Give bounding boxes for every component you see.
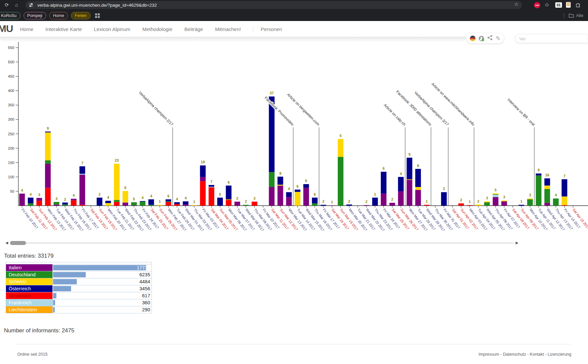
bar-segment-Deutschland[interactable] <box>527 199 533 206</box>
bar-segment-Schweiz[interactable] <box>192 205 197 206</box>
scrollbar-thumb[interactable] <box>10 241 26 245</box>
recycle-extension-icon[interactable]: ♻ <box>545 0 549 10</box>
bar-segment-Slowenien[interactable] <box>252 202 257 206</box>
bar-segment-Schweiz[interactable] <box>476 205 481 206</box>
bar-segment-Italien[interactable] <box>54 205 59 206</box>
bar-segment-Schweiz[interactable] <box>338 139 343 157</box>
bar-segment-Frankreich[interactable] <box>209 187 214 187</box>
bar-segment-Deutschland[interactable] <box>149 205 154 206</box>
bar-segment-Österreich[interactable] <box>286 192 292 197</box>
all-bookmarks-label[interactable]: Alle <box>576 13 583 18</box>
footer-link-impressum[interactable]: Impressum <box>479 352 499 357</box>
bar-segment-Italien[interactable] <box>407 180 412 206</box>
reload-icon[interactable]: ⟳ <box>5 0 9 10</box>
bar-segment-Österreich[interactable] <box>105 201 111 203</box>
bar-segment-Slowenien[interactable] <box>562 205 567 206</box>
bar-segment-Österreich[interactable] <box>519 205 524 206</box>
bar-segment-Deutschland[interactable] <box>553 198 559 206</box>
bar-segment-Österreich[interactable] <box>62 203 68 205</box>
bar-segment-Deutschland[interactable] <box>131 202 137 205</box>
footer-link-lizenzierung[interactable]: Lizenzierung <box>548 352 571 357</box>
bar-segment-Deutschland[interactable] <box>493 194 499 195</box>
bookmark-ferien[interactable]: Ferien <box>71 12 90 19</box>
bookmark-pompeji[interactable]: Pompeji <box>24 12 46 19</box>
bar-segment-Italien[interactable] <box>19 194 25 206</box>
bar-segment-Deutschland[interactable] <box>536 175 542 206</box>
bar-segment-Österreich[interactable] <box>562 179 567 197</box>
bar-segment-Deutschland[interactable] <box>312 203 318 206</box>
bar-segment-Italien[interactable] <box>389 203 395 206</box>
bar-segment-Italien[interactable] <box>544 203 550 206</box>
bar-segment-Schweiz[interactable] <box>114 164 119 200</box>
bar-segment-Deutschland[interactable] <box>45 160 51 164</box>
nav-item-interaktive-karte[interactable]: Interaktive Karte <box>45 26 82 32</box>
bar-segment-Österreich[interactable] <box>346 205 352 206</box>
bar-segment-Slowenien[interactable] <box>114 202 119 206</box>
bar-segment-Italien[interactable] <box>235 202 240 206</box>
bookmark-star-icon[interactable]: ☆ <box>514 1 519 7</box>
bar-segment-Deutschland[interactable] <box>338 157 343 206</box>
bar-segment-Schweiz[interactable] <box>544 186 550 189</box>
extension-badge-01[interactable]: 01 <box>555 2 562 8</box>
bar-segment-Frankreich[interactable] <box>79 174 85 175</box>
bar-segment-Italien[interactable] <box>493 197 499 206</box>
home-icon[interactable]: ⌂ <box>15 0 18 10</box>
bar-segment-Österreich[interactable] <box>544 178 550 186</box>
bar-segment-Österreich[interactable] <box>28 198 33 203</box>
bar-segment-Italien[interactable] <box>122 203 128 206</box>
bar-segment-Österreich[interactable] <box>217 198 223 206</box>
site-logo[interactable]: MU <box>0 23 13 34</box>
bar-segment-Schweiz[interactable] <box>45 132 51 160</box>
bar-segment-Italien[interactable] <box>71 199 76 200</box>
bar-segment-Österreich[interactable] <box>200 165 206 177</box>
bar-segment-Österreich[interactable] <box>407 158 412 179</box>
bar-segment-Schweiz[interactable] <box>122 191 128 202</box>
bookmark-home[interactable]: Home <box>49 12 68 19</box>
bar-segment-Slowenien[interactable] <box>200 181 206 206</box>
bar-segment-Slowenien[interactable] <box>36 201 42 206</box>
bar-segment-Slowenien[interactable] <box>226 200 232 206</box>
bar-segment-Deutschland[interactable] <box>243 205 249 206</box>
bar-segment-Schweiz[interactable] <box>295 192 300 206</box>
bar-segment-Schweiz[interactable] <box>105 203 111 206</box>
bar-segment-Österreich[interactable] <box>183 201 189 204</box>
bar-segment-Österreich[interactable] <box>79 166 85 174</box>
bar-segment-Österreich[interactable] <box>398 177 404 191</box>
scrollbar-track[interactable] <box>10 242 514 244</box>
bar-segment-Italien[interactable] <box>398 191 404 206</box>
nav-item-personen[interactable]: Personen <box>261 26 282 32</box>
bar-segment-Schweiz[interactable] <box>501 200 507 201</box>
bar-segment-Italien[interactable] <box>501 201 507 206</box>
address-bar[interactable]: verba-alpina.gwi.uni-muenchen.de/?page_i… <box>25 1 522 9</box>
bar-segment-Italien[interactable] <box>45 164 51 188</box>
bar-segment-Deutschland[interactable] <box>114 200 119 202</box>
bar-segment-Österreich[interactable] <box>372 198 378 206</box>
bar-segment-Österreich[interactable] <box>149 199 154 205</box>
bar-segment-Deutschland[interactable] <box>62 205 68 206</box>
nav-item-home[interactable]: Home <box>20 26 33 32</box>
bar-segment-Österreich[interactable] <box>303 184 309 188</box>
bar-segment-Österreich[interactable] <box>97 198 102 206</box>
bar-segment-Italien[interactable] <box>79 175 85 205</box>
bar-segment-Italien[interactable] <box>36 198 42 201</box>
bar-segment-Schweiz[interactable] <box>562 196 567 205</box>
bar-segment-Österreich[interactable] <box>166 199 171 201</box>
bar-segment-Slowenien[interactable] <box>71 200 76 206</box>
bar-segment-Italien[interactable] <box>183 205 189 206</box>
bar-segment-Liechtenstein[interactable] <box>226 199 232 200</box>
bar-segment-Slowenien[interactable] <box>166 202 171 206</box>
bar-segment-Schweiz[interactable] <box>493 193 499 194</box>
notes-extension-icon[interactable] <box>566 2 571 8</box>
bar-segment-Slowenien[interactable] <box>467 205 473 206</box>
bar-segment-Österreich[interactable] <box>45 132 51 133</box>
bar-segment-Slowenien[interactable] <box>79 205 85 206</box>
bar-segment-Slowenien[interactable] <box>45 188 51 206</box>
bar-segment-Schweiz[interactable] <box>415 187 421 190</box>
apps-grid-icon[interactable] <box>95 13 100 18</box>
bar-segment-Italien[interactable] <box>329 205 335 206</box>
bar-segment-Slowenien[interactable] <box>424 205 429 206</box>
bar-segment-Österreich[interactable] <box>441 192 447 206</box>
bar-segment-Österreich[interactable] <box>321 205 326 206</box>
stacked-bar-chart[interactable]: 50100150200250300350400450500550Fri Feb … <box>0 37 588 238</box>
bar-segment-Österreich[interactable] <box>226 186 232 199</box>
